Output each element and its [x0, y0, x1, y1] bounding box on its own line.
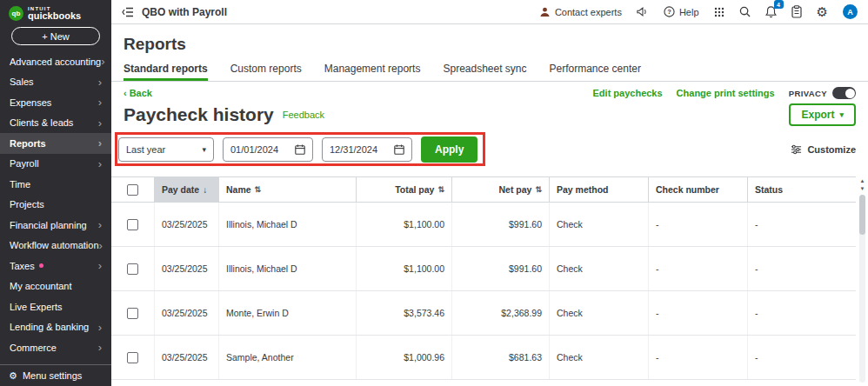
column-header-name[interactable]: Name ⇅ — [219, 177, 357, 202]
help-button[interactable]: ? Help — [664, 6, 699, 17]
sidebar-item-advanced-accounting[interactable]: Advanced accounting› — [0, 51, 111, 72]
sidebar-item-reports[interactable]: Reports› — [0, 133, 111, 154]
chevron-right-icon: › — [98, 77, 102, 88]
cell-name: Illinois, Michael D — [219, 247, 357, 290]
column-label: Pay date — [162, 184, 199, 195]
back-label: Back — [130, 88, 152, 98]
sidebar-item-projects[interactable]: Projects — [0, 195, 111, 216]
user-avatar[interactable]: A — [843, 4, 858, 19]
new-feature-dot — [39, 263, 43, 268]
notifications-button[interactable]: 4 — [765, 5, 777, 18]
tasks-button[interactable] — [791, 5, 802, 18]
tab-standard-reports[interactable]: Standard reports — [124, 63, 208, 81]
sidebar-item-label: Financial planning — [10, 220, 87, 230]
settings-button[interactable]: ⚙ — [817, 5, 828, 18]
filter-row: Last year ▾ 01/01/2024 12/31/2024 Apply … — [118, 135, 856, 164]
sidebar-nav: Advanced accounting› Sales› Expenses› Cl… — [0, 51, 111, 358]
chevron-right-icon: › — [98, 117, 102, 129]
tab-performance-center[interactable]: Performance center — [550, 63, 641, 81]
date-range-select[interactable]: Last year ▾ — [118, 137, 214, 162]
feedback-link[interactable]: Feedback — [283, 110, 324, 120]
column-header-total-pay[interactable]: Total pay ⇅ — [357, 177, 452, 202]
tab-custom-reports[interactable]: Custom reports — [230, 63, 302, 81]
row-checkbox[interactable] — [127, 308, 138, 319]
table-scrollbar[interactable]: ▲ ▼ — [858, 177, 867, 383]
customize-button[interactable]: Customize — [791, 144, 856, 155]
menu-settings-icon: ⚙ — [9, 371, 17, 381]
sidebar-collapse-icon[interactable] — [122, 7, 134, 17]
menu-settings-button[interactable]: ⚙ Menu settings — [0, 364, 111, 386]
select-all-checkbox[interactable] — [127, 184, 138, 196]
end-date-input[interactable]: 12/31/2024 — [322, 137, 412, 162]
contact-experts-label: Contact experts — [555, 7, 622, 17]
sidebar-item-label: Payroll — [10, 158, 39, 169]
new-button[interactable]: + New — [11, 27, 100, 45]
sidebar-item-label: Commerce — [10, 343, 57, 353]
sidebar-item-live-experts[interactable]: Live Experts — [0, 296, 111, 317]
apply-button[interactable]: Apply — [421, 136, 477, 163]
apps-button[interactable] — [714, 7, 724, 17]
column-header-pay-date[interactable]: Pay date ↓ — [155, 177, 219, 202]
sidebar-item-time[interactable]: Time — [0, 174, 111, 195]
table-row[interactable]: 03/25/2025 Sample, Another $1,000.96 $68… — [111, 336, 856, 380]
column-label: Check number — [656, 184, 719, 195]
scroll-down-icon[interactable]: ▼ — [860, 185, 865, 193]
column-header-net-pay[interactable]: Net pay ⇅ — [452, 177, 550, 202]
column-header-status[interactable]: Status — [748, 177, 856, 202]
sidebar-item-commerce[interactable]: Commerce› — [0, 337, 111, 358]
tab-management-reports[interactable]: Management reports — [324, 63, 421, 81]
row-checkbox[interactable] — [127, 219, 138, 230]
search-button[interactable] — [739, 6, 751, 17]
table-row[interactable]: 03/25/2025 Illinois, Michael D $1,100.00… — [111, 203, 856, 247]
change-print-settings-link[interactable]: Change print settings — [677, 88, 775, 98]
cell-pay-date: 03/25/2025 — [155, 203, 219, 246]
export-button[interactable]: Export ▾ — [789, 103, 856, 126]
clipboard-icon — [791, 5, 802, 18]
back-link[interactable]: ‹ Back — [124, 88, 152, 98]
company-name: QBO with Payroll — [142, 6, 227, 18]
announcements-button[interactable] — [637, 6, 649, 17]
row-checkbox[interactable] — [127, 263, 138, 275]
sidebar-item-label: Taxes — [10, 261, 35, 271]
menu-settings-label: Menu settings — [23, 370, 82, 381]
column-header-pay-method[interactable]: Pay method — [550, 177, 649, 202]
quickbooks-brand[interactable]: qb INTUIT quickbooks — [0, 0, 111, 23]
start-date-input[interactable]: 01/01/2024 — [223, 137, 313, 162]
sliders-icon — [791, 144, 802, 155]
topbar: QBO with Payroll Contact experts ? Help — [111, 0, 868, 24]
report-title-row: Paycheck history Feedback Export ▾ — [111, 99, 868, 126]
report-subbar: ‹ Back Edit paychecks Change print setti… — [111, 82, 868, 99]
row-checkbox[interactable] — [127, 352, 138, 363]
sidebar-item-taxes[interactable]: Taxes› — [0, 256, 111, 276]
scrollbar-track[interactable] — [859, 195, 865, 383]
chevron-right-icon: › — [98, 137, 102, 149]
sidebar-item-label: Clients & leads — [10, 117, 73, 128]
sidebar-item-clients-leads[interactable]: Clients & leads› — [0, 113, 111, 134]
edit-paychecks-link[interactable]: Edit paychecks — [593, 88, 663, 98]
column-label: Pay method — [557, 184, 609, 195]
contact-experts-button[interactable]: Contact experts — [539, 6, 622, 17]
cell-total-pay: $3,573.46 — [357, 291, 452, 335]
sidebar: qb INTUIT quickbooks + New Advanced acco… — [0, 0, 111, 386]
sidebar-item-sales[interactable]: Sales› — [0, 72, 111, 93]
scroll-up-icon[interactable]: ▲ — [860, 177, 865, 185]
sidebar-item-my-accountant[interactable]: My accountant — [0, 276, 111, 297]
sidebar-item-expenses[interactable]: Expenses› — [0, 92, 111, 113]
main-content: Reports Standard reports Custom reports … — [111, 24, 868, 386]
scrollbar-thumb[interactable] — [859, 195, 865, 235]
cell-name: Sample, Another — [219, 336, 357, 379]
sidebar-item-lending-banking[interactable]: Lending & banking› — [0, 317, 111, 338]
tab-spreadsheet-sync[interactable]: Spreadsheet sync — [443, 63, 526, 81]
cell-net-pay: $991.60 — [452, 203, 550, 246]
chevron-right-icon: › — [101, 56, 104, 67]
privacy-toggle[interactable] — [832, 87, 856, 99]
sidebar-item-financial-planning[interactable]: Financial planning› — [0, 215, 111, 236]
sidebar-item-payroll[interactable]: Payroll› — [0, 154, 111, 175]
table-row[interactable]: 03/25/2025 Illinois, Michael D $1,100.00… — [111, 247, 856, 291]
back-chevron-icon: ‹ — [124, 88, 127, 98]
sidebar-item-label: Lending & banking — [10, 322, 89, 332]
column-header-check-number[interactable]: Check number — [649, 177, 748, 202]
table-row[interactable]: 03/25/2025 Monte, Erwin D $3,573.46 $2,3… — [111, 291, 856, 336]
sort-icon: ⇅ — [535, 185, 542, 194]
sidebar-item-workflow-automation[interactable]: Workflow automation› — [0, 236, 111, 256]
